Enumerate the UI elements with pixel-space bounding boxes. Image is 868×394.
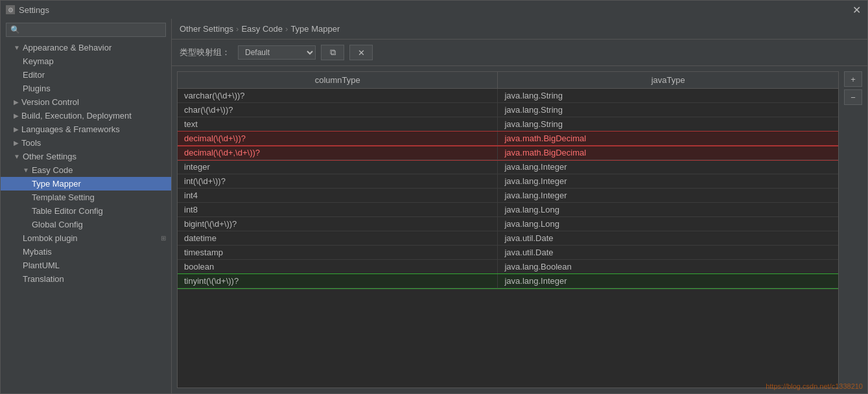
cell-column-type: varchar(\(\d+\))? [178,89,498,103]
table-row[interactable]: char(\(\d+\))?java.lang.String [178,103,838,117]
sidebar-item-label: Keymap [23,56,54,66]
sidebar-item-mybatis[interactable]: Mybatis [1,245,171,259]
sidebar-item-easy-code[interactable]: ▼ Easy Code [1,163,171,177]
sidebar-item-other-settings[interactable]: ▼ Other Settings [1,150,171,163]
table-row[interactable]: booleanjava.lang.Boolean [178,260,838,274]
table-row[interactable]: datetimejava.util.Date [178,231,838,246]
cell-java-type: java.lang.Long [498,217,838,231]
sidebar-item-build[interactable]: ▶ Build, Execution, Deployment [1,109,171,122]
cell-java-type: java.lang.String [498,117,838,132]
cell-column-type: datetime [178,231,498,246]
column-header-javatype: javaType [498,72,838,89]
sidebar-item-label: Tools [21,138,41,148]
add-row-button[interactable]: + [844,71,862,87]
remove-icon: − [850,93,856,102]
sidebar-item-label: Editor [23,70,45,80]
window-title: Settings [19,5,49,15]
delete-icon: ✕ [358,48,365,58]
table-row[interactable]: decimal(\(\d+,\d+\))?java.math.BigDecima… [178,146,838,160]
sidebar-tree: ▼ Appearance & Behavior Keymap Editor Pl… [1,41,171,393]
toolbar-label: 类型映射组： [180,47,230,58]
arrow-icon: ▶ [14,126,19,133]
cell-column-type: int(\(\d+\))? [178,174,498,189]
cell-column-type: text [178,117,498,132]
cell-column-type: tinyint(\(\d+\))? [178,274,498,288]
table-row[interactable]: decimal(\(\d+\))?java.math.BigDecimal [178,132,838,146]
sidebar-item-label: Languages & Frameworks [21,124,120,134]
sidebar-item-label: Table Editor Config [32,206,103,216]
sidebar-item-version-control[interactable]: ▶ Version Control [1,95,171,109]
sidebar-item-label: Global Config [32,220,83,229]
sidebar-item-translation[interactable]: Translation [1,272,171,286]
table-row[interactable]: int8java.lang.Long [178,203,838,217]
sidebar-item-label: Other Settings [23,152,76,161]
table-row[interactable]: textjava.lang.String [178,117,838,132]
sidebar-item-label: Lombok plugin [23,233,78,243]
table-row[interactable]: tinyint(\(\d+\))?java.lang.Integer [178,274,838,288]
table-row[interactable]: int(\(\d+\))?java.lang.Integer [178,174,838,189]
search-input[interactable] [6,23,166,37]
arrow-icon: ▼ [23,167,29,174]
arrow-icon: ▶ [14,112,19,119]
cell-java-type: java.lang.Integer [498,174,838,189]
cell-java-type: java.lang.Integer [498,160,838,174]
sidebar-item-label: Translation [23,274,64,284]
copy-button[interactable]: ⧉ [321,45,344,60]
sidebar-item-label: Easy Code [32,165,73,175]
table-row[interactable]: varchar(\(\d+\))?java.lang.String [178,89,838,103]
sidebar-item-lombok-plugin[interactable]: Lombok plugin ⊞ [1,231,171,245]
sidebar-item-plugins[interactable]: Plugins [1,82,171,95]
sidebar-item-languages[interactable]: ▶ Languages & Frameworks [1,122,171,136]
sidebar-item-table-editor-config[interactable]: Table Editor Config [1,204,171,218]
sidebar-item-plantuml[interactable]: PlantUML [1,259,171,272]
breadcrumb-part-3: Type Mapper [290,24,340,34]
delete-button[interactable]: ✕ [349,45,373,60]
cell-column-type: int4 [178,189,498,203]
app-icon: ⚙ [6,5,15,14]
arrow-icon: ▶ [14,139,19,146]
arrow-icon: ▼ [14,153,20,160]
sidebar-item-label: PlantUML [23,261,60,270]
sidebar-item-label: Build, Execution, Deployment [21,111,132,121]
content-area: columnType javaType varchar(\(\d+\))?jav… [172,66,867,393]
cell-java-type: java.math.BigDecimal [498,132,838,146]
cell-java-type: java.lang.Integer [498,189,838,203]
breadcrumb: Other Settings › Easy Code › Type Mapper [172,19,867,40]
remove-row-button[interactable]: − [844,89,862,105]
sidebar-item-label: Template Setting [32,192,95,202]
add-icon: + [850,75,856,84]
table-row[interactable]: bigint(\(\d+\))?java.lang.Long [178,217,838,231]
sidebar-item-keymap[interactable]: Keymap [1,54,171,68]
sidebar-item-label: Mybatis [23,247,52,257]
cell-column-type: char(\(\d+\))? [178,103,498,117]
sidebar-item-label: Plugins [23,84,51,93]
sidebar-item-global-config[interactable]: Global Config [1,218,171,231]
sidebar-item-type-mapper[interactable]: Type Mapper [1,177,171,191]
table-row[interactable]: int4java.lang.Integer [178,189,838,203]
close-button[interactable]: ✕ [850,4,862,16]
sidebar-item-appearance[interactable]: ▼ Appearance & Behavior [1,41,171,54]
sidebar-item-template-setting[interactable]: Template Setting [1,191,171,204]
sidebar-item-tools[interactable]: ▶ Tools [1,136,171,150]
cell-java-type: java.lang.Boolean [498,260,838,274]
breadcrumb-sep-1: › [236,24,239,34]
table-row[interactable]: integerjava.lang.Integer [178,160,838,174]
cell-java-type: java.lang.Integer [498,274,838,288]
sidebar: ▼ Appearance & Behavior Keymap Editor Pl… [1,19,172,393]
type-mapper-table: columnType javaType varchar(\(\d+\))?jav… [177,71,839,388]
main-area: Other Settings › Easy Code › Type Mapper… [172,19,867,393]
cell-java-type: java.util.Date [498,246,838,260]
side-buttons: + − [844,71,862,388]
arrow-icon: ▼ [14,44,20,51]
sidebar-item-label: Appearance & Behavior [23,43,111,52]
sidebar-item-editor[interactable]: Editor [1,68,171,82]
type-group-select[interactable]: Default [238,45,316,60]
table-row[interactable]: timestampjava.util.Date [178,246,838,260]
breadcrumb-part-1: Other Settings [180,24,233,34]
cell-column-type: decimal(\(\d+\))? [178,132,498,146]
cell-column-type: boolean [178,260,498,274]
copy-icon: ⧉ [330,47,336,58]
cell-java-type: java.lang.Long [498,203,838,217]
cell-java-type: java.lang.String [498,89,838,103]
arrow-icon: ▶ [14,98,19,106]
